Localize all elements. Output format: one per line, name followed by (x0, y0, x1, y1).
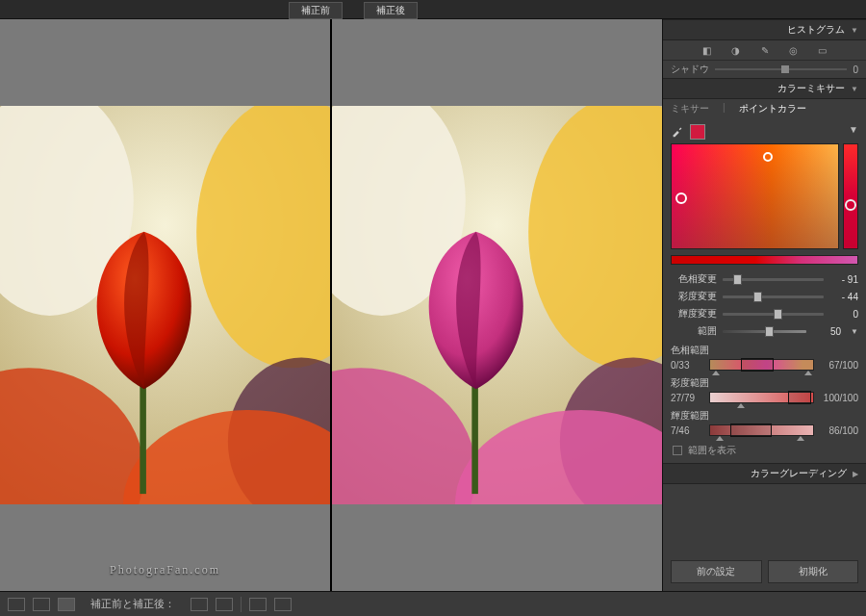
layout-3-icon[interactable] (249, 598, 267, 611)
histogram-header[interactable]: ヒストグラム ▼ (663, 19, 866, 40)
lum-shift-slider[interactable]: 輝度変更 0 (663, 305, 866, 322)
range-slider[interactable]: 範囲 50 ▼ (663, 322, 866, 340)
sat-range-bar[interactable]: 27/79 100/100 (671, 392, 858, 403)
color-mixer-title: カラーミキサー (777, 82, 845, 95)
source-point[interactable] (763, 152, 773, 162)
mixer-tabs: ミキサー | ポイントカラー (663, 99, 866, 118)
gradient-field[interactable] (671, 143, 839, 249)
hue-range-label: 色相範囲 (663, 340, 866, 357)
hue-strip[interactable] (671, 255, 858, 265)
chevron-down-icon: ▼ (851, 85, 858, 93)
target-point[interactable] (675, 192, 687, 204)
histogram-title: ヒストグラム (787, 23, 845, 37)
tool-icon-3[interactable]: ✎ (759, 44, 771, 56)
shadow-value: 0 (853, 64, 858, 75)
eyedropper-icon[interactable] (671, 124, 684, 138)
shadow-label: シャドウ (671, 63, 709, 76)
hue-ring[interactable] (845, 199, 856, 211)
tool-icon-1[interactable]: ◧ (701, 44, 713, 56)
lum-range-label: 輝度範囲 (663, 405, 866, 423)
before-photo (0, 106, 330, 504)
compare-header: 補正前 補正後 (0, 0, 866, 19)
after-label: 補正後 (364, 2, 418, 19)
main-area: PhotograFan.com (0, 19, 866, 591)
view-mode-2-icon[interactable] (33, 598, 50, 611)
reset-button[interactable]: 初期化 (768, 560, 859, 583)
after-photo (332, 106, 662, 504)
color-field[interactable] (671, 143, 858, 249)
hue-range-bar[interactable]: 0/33 67/100 (671, 359, 858, 371)
color-mixer-header[interactable]: カラーミキサー ▼ (663, 78, 866, 99)
panel-buttons: 前の設定 初期化 (663, 554, 866, 591)
layout-4-icon[interactable] (274, 598, 292, 611)
lum-range-bar[interactable]: 7/46 86/100 (671, 424, 858, 436)
footer-status: 補正前と補正後： (90, 597, 175, 611)
app-root: 補正前 補正後 (0, 0, 866, 616)
hue-shift-slider[interactable]: 色相変更 - 91 (663, 270, 866, 288)
checkbox-icon[interactable] (673, 446, 682, 455)
chevron-right-icon: ▶ (853, 470, 858, 478)
color-grading-header[interactable]: カラーグレーディング ▶ (663, 463, 866, 484)
sat-shift-slider[interactable]: 彩度変更 - 44 (663, 288, 866, 305)
show-range-checkbox[interactable]: 範囲を表示 (663, 438, 866, 463)
tab-mixer[interactable]: ミキサー (671, 102, 709, 116)
prev-settings-button[interactable]: 前の設定 (671, 560, 762, 583)
picker-row: ▼ (663, 118, 866, 141)
tool-icon-2[interactable]: ◑ (730, 44, 742, 56)
color-swatch[interactable] (690, 124, 705, 140)
tool-strip: ◧ ◑ ✎ ◎ ▭ (663, 40, 866, 61)
chevron-down-icon: ▼ (851, 26, 858, 35)
chevron-down-icon[interactable]: ▼ (851, 327, 858, 336)
image-viewer[interactable]: PhotograFan.com (0, 19, 662, 591)
sat-range-label: 彩度範囲 (663, 372, 866, 390)
before-pane: PhotograFan.com (0, 19, 330, 591)
tool-icon-5[interactable]: ▭ (817, 44, 828, 56)
tool-icon-4[interactable]: ◎ (788, 44, 800, 56)
layout-1-icon[interactable] (191, 598, 208, 611)
footer-toolbar: 補正前と補正後： (0, 591, 866, 616)
watermark: PhotograFan.com (110, 563, 220, 578)
after-pane (330, 19, 662, 591)
shadow-slider[interactable]: シャドウ 0 (663, 61, 866, 78)
view-mode-1-icon[interactable] (8, 598, 25, 611)
tab-point-color[interactable]: ポイントカラー (739, 102, 806, 116)
right-panel: ヒストグラム ▼ ◧ ◑ ✎ ◎ ▭ シャドウ 0 カラーミキサー ▼ ミキサー (662, 19, 866, 591)
layout-2-icon[interactable] (216, 598, 233, 611)
disclose-icon[interactable]: ▼ (849, 124, 858, 135)
hue-column[interactable] (843, 143, 858, 249)
before-label: 補正前 (289, 2, 343, 19)
view-mode-3-icon[interactable] (58, 598, 75, 611)
